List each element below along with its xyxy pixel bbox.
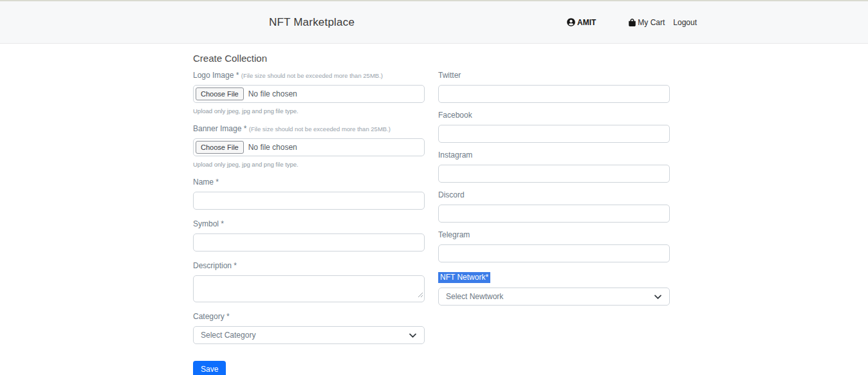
logo-size-note: (File size should not be exceeded more t… bbox=[241, 72, 383, 79]
shopping-bag-icon bbox=[629, 19, 636, 26]
facebook-label: Facebook bbox=[438, 111, 670, 120]
nft-network-label: NFT Network* bbox=[438, 272, 490, 283]
my-cart-label: My Cart bbox=[638, 18, 665, 27]
page: NFT Marketplace AMIT My Cart Logout Crea… bbox=[0, 0, 868, 375]
name-input[interactable] bbox=[193, 192, 425, 210]
description-textarea[interactable] bbox=[193, 275, 425, 302]
chevron-down-icon bbox=[654, 293, 662, 301]
banner-file-status: No file chosen bbox=[248, 143, 297, 152]
instagram-group: Instagram bbox=[438, 151, 670, 183]
instagram-input[interactable] bbox=[438, 165, 670, 183]
logo-file-status: No file chosen bbox=[248, 89, 297, 98]
discord-label: Discord bbox=[438, 191, 670, 199]
category-group: Category * Select Category bbox=[193, 313, 425, 344]
banner-image-group: Banner Image * (File size should not be … bbox=[193, 125, 425, 168]
user-menu[interactable]: AMIT bbox=[567, 18, 596, 27]
top-navbar: NFT Marketplace AMIT My Cart Logout bbox=[0, 0, 868, 44]
telegram-label: Telegram bbox=[438, 231, 670, 239]
nft-network-select[interactable]: Select Newtwork bbox=[438, 288, 670, 306]
symbol-input[interactable] bbox=[193, 233, 425, 252]
logo-image-label: Logo Image * (File size should not be ex… bbox=[193, 71, 425, 80]
logo-filetype-hint: Upload only jpeg, jpg and png file type. bbox=[193, 108, 425, 114]
my-cart-link[interactable]: My Cart bbox=[629, 18, 665, 27]
logout-link[interactable]: Logout bbox=[673, 18, 697, 27]
nft-network-group: NFT Network* Select Newtwork bbox=[438, 271, 670, 306]
facebook-group: Facebook bbox=[438, 111, 670, 143]
discord-input[interactable] bbox=[438, 205, 670, 223]
description-group: Description * bbox=[193, 262, 425, 302]
logo-image-group: Logo Image * (File size should not be ex… bbox=[193, 71, 425, 114]
symbol-label: Symbol * bbox=[193, 220, 425, 228]
save-button[interactable]: Save bbox=[193, 361, 226, 375]
category-label: Category * bbox=[193, 313, 425, 321]
description-label: Description * bbox=[193, 262, 425, 270]
logo-file-input[interactable]: Choose File No file chosen bbox=[193, 85, 425, 103]
name-label: Name * bbox=[193, 178, 425, 187]
twitter-label: Twitter bbox=[438, 71, 670, 80]
banner-image-label: Banner Image * (File size should not be … bbox=[193, 125, 425, 133]
network-selected-value: Select Newtwork bbox=[446, 292, 503, 301]
logout-label: Logout bbox=[673, 18, 697, 27]
logo-choose-file-button[interactable]: Choose File bbox=[196, 87, 244, 100]
user-name: AMIT bbox=[577, 18, 596, 27]
brand-title[interactable]: NFT Marketplace bbox=[269, 16, 355, 29]
form-left-column: Logo Image * (File size should not be ex… bbox=[193, 71, 425, 375]
telegram-input[interactable] bbox=[438, 244, 670, 262]
instagram-label: Instagram bbox=[438, 151, 670, 160]
form-right-column: Twitter Facebook Instagram Discord Teleg bbox=[438, 71, 670, 375]
telegram-group: Telegram bbox=[438, 231, 670, 262]
banner-size-note: (File size should not be exceeded more t… bbox=[249, 125, 391, 133]
banner-file-input[interactable]: Choose File No file chosen bbox=[193, 138, 425, 156]
discord-group: Discord bbox=[438, 191, 670, 223]
category-selected-value: Select Category bbox=[201, 331, 255, 340]
category-select[interactable]: Select Category bbox=[193, 326, 425, 344]
banner-choose-file-button[interactable]: Choose File bbox=[196, 141, 244, 154]
chevron-down-icon bbox=[409, 331, 417, 340]
facebook-input[interactable] bbox=[438, 125, 670, 143]
create-collection-form: Create Collection Logo Image * (File siz… bbox=[0, 44, 868, 375]
page-title: Create Collection bbox=[193, 53, 868, 64]
banner-filetype-hint: Upload only jpeg, jpg and png file type. bbox=[193, 161, 425, 168]
symbol-group: Symbol * bbox=[193, 220, 425, 252]
user-circle-icon bbox=[567, 18, 575, 26]
twitter-input[interactable] bbox=[438, 85, 670, 103]
navbar-menu: AMIT My Cart Logout bbox=[567, 18, 697, 27]
name-group: Name * bbox=[193, 178, 425, 210]
twitter-group: Twitter bbox=[438, 71, 670, 103]
